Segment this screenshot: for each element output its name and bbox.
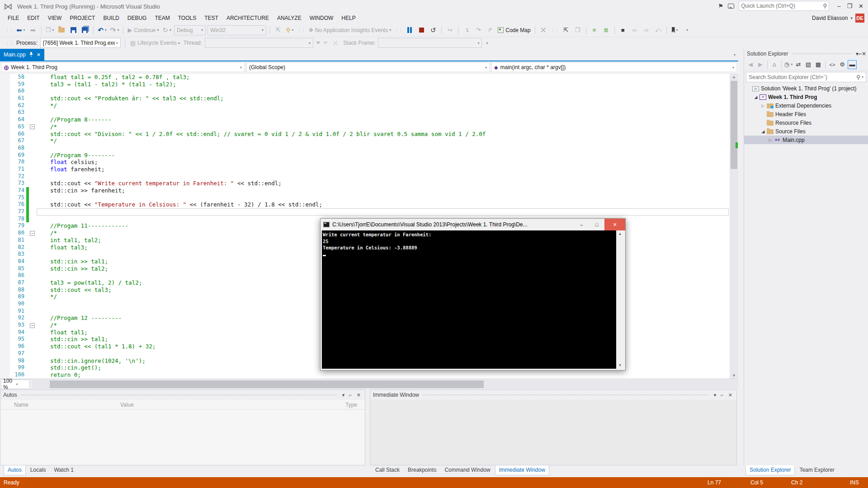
back-button[interactable]: ◀ (746, 60, 755, 69)
toggle-current-thread-button[interactable]: ⤫ (330, 38, 340, 48)
editor-vertical-scrollbar[interactable]: ▲ ▼ (730, 74, 738, 379)
breakpoint-margin[interactable] (0, 74, 10, 81)
new-window-button[interactable]: ❐ (573, 25, 583, 35)
breakpoint-margin[interactable] (0, 293, 10, 300)
code-text[interactable]: return 0; (37, 371, 730, 379)
console-minimize-button[interactable]: – (574, 219, 589, 230)
toolbar-grip[interactable]: ⋮⋮ (5, 28, 13, 33)
menu-item-view[interactable]: VIEW (44, 14, 66, 23)
save-button[interactable] (68, 25, 78, 35)
code-line[interactable]: 67*/ (0, 137, 730, 145)
auto-hide-pin-icon[interactable]: ⌐ (347, 392, 354, 398)
breakpoint-margin[interactable] (0, 322, 10, 329)
breakpoint-margin[interactable] (0, 329, 10, 336)
breakpoint-margin[interactable] (0, 300, 10, 308)
comment-lines-button[interactable]: ≡ (590, 25, 599, 35)
breakpoint-margin[interactable] (0, 208, 10, 216)
properties-button[interactable]: ⚙ (838, 60, 847, 69)
breakpoint-margin[interactable] (0, 137, 10, 145)
breakpoint-margin[interactable] (0, 81, 10, 88)
stop-debugging-button[interactable] (416, 25, 426, 35)
breakpoint-margin[interactable] (0, 88, 10, 95)
menu-item-window[interactable]: WINDOW (306, 14, 338, 23)
breakpoint-margin[interactable] (0, 145, 10, 152)
column-header-name[interactable]: Name (14, 402, 28, 408)
scrollbar-thumb[interactable] (50, 380, 484, 388)
breakpoint-margin[interactable] (0, 180, 10, 187)
show-next-statement-button[interactable]: ↪ (445, 25, 455, 35)
code-line[interactable]: 73std::cout << "Write current temperatur… (0, 180, 730, 187)
word-wrap-button[interactable]: ⤺ (653, 25, 663, 35)
menu-item-test[interactable]: TEST (200, 14, 222, 23)
solution-explorer-search-input[interactable] (749, 74, 856, 80)
view-code-button[interactable]: <> (828, 60, 837, 69)
navigate-forward-button[interactable]: ➡ (28, 25, 38, 35)
code-text[interactable]: std::cout << "Write current temperatur i… (37, 180, 730, 187)
tree-item-resource-files[interactable]: Resource Files (744, 118, 868, 127)
close-icon[interactable]: ✕ (354, 392, 363, 398)
feedback-icon[interactable] (728, 4, 734, 9)
user-avatar[interactable]: DE (855, 14, 864, 23)
forward-button[interactable]: ▶ (756, 60, 765, 69)
breakpoint-margin[interactable] (0, 201, 10, 208)
menu-item-build[interactable]: BUILD (99, 14, 123, 23)
step-into-button[interactable]: ↴ (462, 25, 472, 35)
editor-horizontal-scrollbar[interactable] (32, 380, 738, 389)
console-maximize-button[interactable]: □ (589, 219, 604, 230)
lifecycle-events-button[interactable]: ▤ Lifecycle Events ▾ (129, 38, 181, 48)
console-scrollbar[interactable]: ▲ ▼ (616, 230, 624, 369)
home-button[interactable]: ⌂ (770, 60, 779, 69)
scroll-down-icon[interactable]: ▼ (616, 363, 624, 367)
breakpoint-margin[interactable] (0, 336, 10, 343)
undo-button[interactable]: ↶▾ (97, 25, 108, 35)
autos-content[interactable] (0, 410, 365, 465)
window-position-chevron-icon[interactable]: ▾ (340, 392, 347, 398)
step-out-button[interactable]: ↱ (485, 25, 495, 35)
tab-immediate-window[interactable]: Immediate Window (495, 465, 549, 475)
indent-decrease-button[interactable]: ⇦ (630, 25, 640, 35)
menu-item-edit[interactable]: EDIT (23, 14, 43, 23)
tree-item-header-files[interactable]: Header Files (744, 110, 868, 118)
breakpoint-margin[interactable] (0, 194, 10, 202)
expander-closed-icon[interactable]: ▷ (760, 103, 766, 108)
code-line[interactable]: 100return 0; (0, 371, 730, 379)
scrollbar-thumb[interactable] (731, 81, 737, 169)
navigate-back-button[interactable]: ⬅▾ (15, 25, 26, 35)
collapse-toggle-icon[interactable]: − (30, 323, 35, 328)
code-line[interactable]: 71float farenheit; (0, 166, 730, 173)
toolbar-grip[interactable]: ⋮⋮ (551, 28, 558, 33)
menu-item-analyze[interactable]: ANALYZE (273, 14, 306, 23)
tab-locals[interactable]: Locals (27, 465, 50, 475)
breakpoint-margin[interactable] (0, 251, 10, 258)
user-menu-chevron-icon[interactable]: ▾ (850, 16, 853, 20)
code-map-button[interactable]: Code Map (497, 25, 531, 35)
menu-item-architecture[interactable]: ARCHITECTURE (222, 14, 273, 23)
scroll-up-icon[interactable]: ▲ (616, 232, 624, 236)
breakpoint-margin[interactable] (0, 286, 10, 294)
refresh-button[interactable]: ▧ (804, 60, 813, 69)
pin-icon[interactable] (29, 52, 33, 57)
solution-platform-combo[interactable]: Win32▾ (208, 25, 266, 35)
breakpoint-margin[interactable] (0, 237, 10, 244)
tree-item-external-dependencies[interactable]: ▷External Dependencies (744, 101, 868, 110)
breakpoint-margin[interactable] (0, 308, 10, 315)
code-line[interactable]: 62*/ (0, 102, 730, 109)
breakpoint-margin[interactable] (0, 109, 10, 116)
breakpoint-margin[interactable] (0, 350, 10, 357)
code-text[interactable]: float celsius; (37, 159, 730, 166)
breakpoint-margin[interactable] (0, 159, 10, 166)
save-all-button[interactable] (80, 25, 90, 35)
attach-button[interactable]: ⇱ (273, 25, 283, 35)
tree-item-main-cpp[interactable]: ▷++Main.cpp (744, 136, 868, 144)
code-text[interactable] (37, 173, 730, 180)
nav-member-combo[interactable]: ◆ main(int argc, char * argv[])▾ (491, 62, 737, 72)
breakpoint-margin[interactable] (0, 95, 10, 102)
code-text[interactable]: */ (37, 137, 730, 145)
breakpoint-margin[interactable] (0, 314, 10, 322)
console-close-button[interactable]: ✕ (604, 219, 625, 230)
break-all-button[interactable] (405, 25, 415, 35)
code-line[interactable]: 74std::cin >> farenheit; (0, 187, 730, 194)
breakpoint-margin[interactable] (0, 230, 10, 237)
code-line[interactable]: 66std::cout << "Divison: " << 1 / 2.0f <… (0, 131, 730, 138)
restart-debugging-button[interactable]: ↺ (428, 25, 438, 35)
